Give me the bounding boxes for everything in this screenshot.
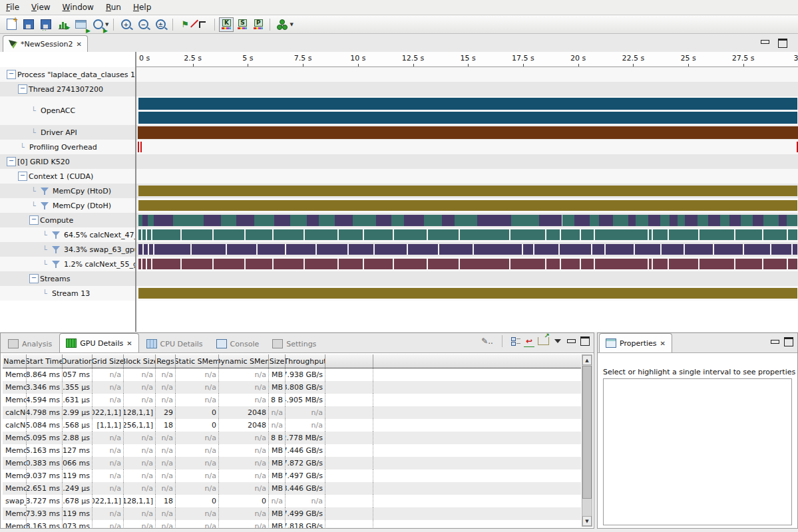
edit-filters-icon[interactable]: ✎.. bbox=[481, 336, 493, 346]
timeline-track[interactable] bbox=[138, 82, 798, 96]
timeline-track[interactable] bbox=[138, 271, 798, 286]
collapse-minus-icon[interactable]: − bbox=[7, 70, 16, 79]
reset-marker-icon[interactable] bbox=[194, 17, 210, 32]
timeline-track[interactable] bbox=[138, 169, 798, 184]
menu-help[interactable]: Help bbox=[127, 1, 157, 14]
save-icon[interactable] bbox=[21, 17, 37, 32]
autoscale-icon[interactable]: ↩ bbox=[526, 336, 532, 346]
scrollbar-thumb[interactable] bbox=[582, 366, 592, 499]
column-header-static-smem[interactable]: Static SMem bbox=[176, 354, 219, 368]
timeline-row-label[interactable]: −Compute bbox=[0, 213, 135, 227]
column-header-dynamic-smem[interactable]: Dynamic SMem bbox=[219, 354, 269, 368]
timeline-track[interactable] bbox=[138, 286, 798, 301]
export-details-icon[interactable] bbox=[538, 337, 549, 345]
filter-funnel-icon[interactable] bbox=[41, 201, 49, 209]
timeline-minimize-icon[interactable] bbox=[760, 39, 769, 46]
timeline-track[interactable] bbox=[138, 184, 798, 198]
menu-run[interactable]: Run bbox=[100, 1, 127, 14]
kernel-color-icon[interactable]: K bbox=[219, 17, 234, 32]
table-row[interactable]: Memcpy169.037 ms1.119 msn/an/an/an/an/a9… bbox=[3, 469, 581, 482]
tab-settings[interactable]: Settings bbox=[266, 335, 322, 352]
collapse-minus-icon[interactable]: − bbox=[18, 172, 27, 181]
stream-color-icon[interactable]: S bbox=[235, 17, 250, 32]
column-header-name[interactable]: Name bbox=[3, 354, 27, 368]
properties-minimize-icon[interactable] bbox=[770, 338, 779, 346]
menu-window[interactable]: Window bbox=[57, 1, 100, 14]
table-row[interactable]: Memcpy148.864 ms1.057 msn/an/an/an/an/a9… bbox=[3, 368, 581, 381]
timeline-track[interactable] bbox=[138, 242, 798, 257]
analysis-tree-icon[interactable] bbox=[274, 17, 290, 32]
timeline-maximize-icon[interactable] bbox=[778, 39, 787, 48]
export-window-icon[interactable]: ▶ bbox=[73, 17, 89, 32]
timeline-track[interactable] bbox=[138, 213, 798, 227]
timeline-track[interactable] bbox=[138, 140, 798, 154]
menu-file[interactable]: File bbox=[0, 1, 25, 14]
timeline-track[interactable] bbox=[138, 227, 798, 242]
tab-gpu-details[interactable]: GPU Details✕ bbox=[59, 333, 138, 352]
collapse-minus-icon[interactable]: − bbox=[7, 157, 16, 166]
table-row[interactable]: Memcpy155.163 ms1.127 msn/an/an/an/an/a9… bbox=[3, 444, 581, 457]
timeline-row-label[interactable]: └Driver API bbox=[0, 125, 135, 140]
zoom-fit-icon[interactable]: ± bbox=[152, 17, 168, 32]
session-tab[interactable]: *NewSession2 ✕ bbox=[3, 35, 88, 53]
filter-funnel-icon[interactable] bbox=[41, 187, 49, 195]
new-session-icon[interactable]: + bbox=[3, 17, 19, 32]
process-color-icon[interactable]: P bbox=[251, 17, 266, 32]
timeline-row-label[interactable]: −Process "laplace_data_clauses 10... bbox=[0, 67, 135, 82]
timeline-row-label[interactable]: └1.2% calcNext_55_g... bbox=[0, 257, 135, 271]
timeline-row-label[interactable]: └Stream 13 bbox=[0, 286, 135, 301]
details-minimize-icon[interactable] bbox=[566, 338, 575, 345]
timeline-ruler[interactable]: 0 s2.5 s5 s7.5 s10 s12.5 s15 s17.5 s20 s… bbox=[136, 52, 798, 68]
timeline-track[interactable] bbox=[138, 154, 798, 169]
tree-timeline-splitter[interactable] bbox=[135, 52, 136, 332]
timeline-track[interactable] bbox=[138, 257, 798, 271]
column-header-duration[interactable]: Duration bbox=[63, 354, 93, 368]
timeline-row-label[interactable]: └MemCpy (HtoD) bbox=[0, 184, 135, 198]
tab-analysis[interactable]: Analysis bbox=[2, 335, 58, 352]
timeline-row-label[interactable]: └OpenACC bbox=[0, 96, 135, 125]
zoom-out-icon[interactable]: − bbox=[135, 17, 151, 32]
table-vertical-scrollbar[interactable]: ▲ ▼ bbox=[582, 354, 592, 527]
collapse-minus-icon[interactable]: − bbox=[29, 215, 39, 225]
table-row[interactable]: Memcpy155.095 ms2.88 µsn/an/an/an/an/a8 … bbox=[3, 432, 581, 444]
timeline-row-label[interactable]: └34.3% swap_63_gpu bbox=[0, 242, 135, 257]
timeline-track[interactable] bbox=[138, 198, 798, 213]
table-row[interactable]: calcNe155.084 ms5.568 µs[1,1,1][256,1,1]… bbox=[3, 419, 581, 432]
table-row[interactable]: Memcpy153.346 ms62.355 µsn/an/an/an/an/a… bbox=[3, 381, 581, 394]
collapse-minus-icon[interactable]: − bbox=[29, 274, 39, 283]
tab-close-icon[interactable]: ✕ bbox=[126, 340, 132, 347]
timeline-row-label[interactable]: −Context 1 (CUDA) bbox=[0, 169, 135, 184]
timeline-row-label[interactable]: └64.5% calcNext_47_... bbox=[0, 227, 135, 242]
column-header-grid-size[interactable]: Grid Size bbox=[93, 354, 124, 368]
column-header-regs[interactable]: Regs bbox=[156, 354, 176, 368]
table-row[interactable]: Memcpy178.163 ms1.073 msn/an/an/an/an/a9… bbox=[3, 520, 581, 528]
zoom-in-icon[interactable]: + bbox=[118, 17, 134, 32]
timeline-row-label[interactable]: └MemCpy (DtoH) bbox=[0, 198, 135, 213]
column-header-empty[interactable] bbox=[325, 354, 373, 368]
filter-funnel-icon[interactable] bbox=[52, 245, 61, 253]
tab-properties[interactable]: Properties ✕ bbox=[599, 333, 672, 352]
timeline-track[interactable] bbox=[138, 96, 798, 125]
table-row[interactable]: Memcpy173.93 ms1.119 msn/an/an/an/an/a9 … bbox=[3, 507, 581, 520]
table-row[interactable]: Memcpy154.594 ms1.631 µsn/an/an/an/an/a8… bbox=[3, 394, 581, 406]
filter-funnel-icon[interactable] bbox=[52, 231, 61, 239]
timeline-row-label[interactable]: −Thread 2741307200 bbox=[0, 82, 135, 96]
table-row[interactable]: swap_6173.727 ms50.678 µs[1022,1,1][128,… bbox=[3, 495, 581, 507]
table-row[interactable]: calcNe154.798 ms282.99 µs[1022,1,1][128,… bbox=[3, 406, 581, 419]
properties-close-icon[interactable]: ✕ bbox=[660, 340, 666, 347]
view-menu-dropdown-icon[interactable] bbox=[554, 339, 561, 343]
zoom-session-icon[interactable]: ▶ bbox=[90, 17, 106, 32]
details-maximize-icon[interactable] bbox=[580, 336, 590, 346]
table-row[interactable]: Memcpy160.383 ms1.066 msn/an/an/an/an/a9… bbox=[3, 457, 581, 469]
export-chart-icon[interactable]: ▶ bbox=[55, 17, 71, 32]
timeline-row-label[interactable]: −[0] GRID K520 bbox=[0, 154, 135, 169]
timeline-row-label[interactable]: └Profiling Overhead bbox=[0, 140, 135, 154]
properties-maximize-icon[interactable] bbox=[784, 337, 793, 346]
timeline-track[interactable] bbox=[138, 125, 798, 140]
timeline-row-label[interactable]: −Streams bbox=[0, 271, 135, 286]
flag-filter-icon[interactable]: ⚑ bbox=[177, 17, 193, 32]
tab-console[interactable]: Console bbox=[210, 335, 266, 352]
scroll-down-icon[interactable]: ▼ bbox=[582, 516, 592, 526]
column-header-start-time[interactable]: Start Time bbox=[27, 354, 63, 368]
column-header-size[interactable]: Size bbox=[269, 354, 286, 368]
